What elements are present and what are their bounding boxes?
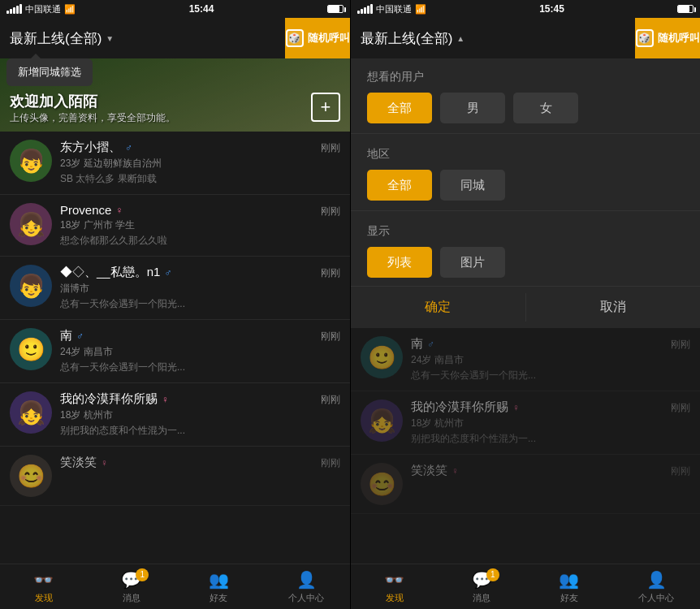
gender-icon: ♀ bbox=[452, 465, 459, 477]
gender-icon: ♀ bbox=[115, 205, 123, 216]
messages-label-right: 消息 bbox=[473, 592, 490, 604]
tab-profile[interactable]: 👤 个人中心 bbox=[262, 567, 350, 607]
header-arrow-left[interactable]: ▼ bbox=[106, 34, 114, 43]
message-badge-right: 1 bbox=[486, 568, 499, 581]
tab-messages-right[interactable]: 💬 消息 1 bbox=[439, 567, 526, 607]
time-label: 刚刚 bbox=[671, 463, 690, 478]
signal-icon-right bbox=[357, 4, 373, 14]
avatar-img: 👦 bbox=[10, 265, 52, 307]
filter-confirm-btn[interactable]: 确定 bbox=[351, 287, 525, 328]
user-name: 南 bbox=[411, 336, 423, 352]
user-status: 总有一天你会遇到一个阳光... bbox=[60, 361, 313, 374]
table-row: 😊 笑淡笑 ♀ 刚刚 bbox=[351, 455, 700, 514]
user-list-right-behind: 🙂 南 ♂ 24岁 南昌市 总有一天你会遇到一个阳光... 刚刚 👧 我的冷漠拜… bbox=[351, 328, 700, 564]
time-left: 15:44 bbox=[189, 3, 214, 15]
table-row[interactable]: 😊 笑淡笑 ♀ 刚刚 bbox=[0, 447, 350, 506]
filter-btn-all-region[interactable]: 全部 bbox=[367, 170, 432, 201]
random-call-btn-left[interactable]: 🎲 随机呼叫 bbox=[285, 18, 350, 58]
time-label: 刚刚 bbox=[671, 336, 690, 352]
user-name: ◆◇、__私戀。n1 bbox=[60, 265, 160, 280]
filter-actions: 确定 取消 bbox=[351, 286, 700, 328]
profile-label-right: 个人中心 bbox=[638, 592, 674, 604]
avatar: 😊 bbox=[361, 463, 403, 505]
table-row[interactable]: 👧 Provence ♀ 18岁 广州市 学生 想念你都那么久那么久啦 刚刚 bbox=[0, 195, 350, 257]
tab-discover[interactable]: 👓 发现 bbox=[0, 567, 88, 607]
filter-btn-same-city[interactable]: 同城 bbox=[440, 170, 505, 201]
filter-buttons-user-type: 全部 男 女 bbox=[367, 93, 684, 123]
time-label: 刚刚 bbox=[321, 265, 340, 280]
right-phone-panel: 中国联通 📶 15:45 最新上线(全部) ▲ 🎲 随机呼叫 想看的用户 全部 … bbox=[350, 0, 700, 609]
table-row[interactable]: 👦 东方小摺、 ♂ 23岁 延边朝鲜族自治州 SB 太特么多 果断卸载 刚刚 bbox=[0, 132, 350, 195]
left-phone-panel: 中国联通 📶 15:44 最新上线(全部) ▼ 🎲 随机呼叫 新增同城筛选 欢迎… bbox=[0, 0, 350, 609]
avatar: 👦 bbox=[10, 140, 52, 182]
user-name-row: 笑淡笑 ♀ bbox=[60, 455, 313, 470]
filter-section-display: 显示 列表 图片 bbox=[351, 213, 700, 286]
gender-icon: ♂ bbox=[125, 142, 132, 153]
avatar-img: 👧 bbox=[361, 400, 403, 442]
friends-label-right: 好友 bbox=[560, 592, 578, 604]
gender-icon: ♂ bbox=[76, 330, 84, 342]
tab-friends[interactable]: 👥 好友 bbox=[175, 567, 263, 607]
filter-cancel-btn[interactable]: 取消 bbox=[526, 287, 701, 328]
banner-plus-btn[interactable]: + bbox=[311, 93, 340, 122]
user-meta: 18岁 广州市 学生 bbox=[60, 218, 313, 232]
wifi-icon-left: 📶 bbox=[64, 4, 76, 15]
user-info: 东方小摺、 ♂ 23岁 延边朝鲜族自治州 SB 太特么多 果断卸载 bbox=[60, 140, 313, 186]
status-bar-right-right bbox=[677, 5, 694, 13]
user-name-row: 我的冷漠拜你所赐 ♀ bbox=[60, 391, 313, 407]
filter-btn-list[interactable]: 列表 bbox=[367, 247, 432, 278]
filter-btn-female[interactable]: 女 bbox=[513, 93, 578, 123]
header-title-left: 最新上线(全部) ▼ bbox=[10, 29, 114, 48]
gender-icon: ♀ bbox=[162, 394, 169, 405]
user-name: 笑淡笑 bbox=[411, 463, 447, 478]
profile-icon: 👤 bbox=[296, 570, 317, 590]
banner-title: 欢迎加入陌陌 bbox=[10, 92, 175, 111]
filter-label-user-type: 想看的用户 bbox=[367, 70, 684, 84]
gender-icon: ♂ bbox=[164, 267, 171, 279]
user-meta: 23岁 延边朝鲜族自治州 bbox=[60, 157, 313, 171]
friends-label: 好友 bbox=[210, 592, 227, 604]
header-arrow-right[interactable]: ▲ bbox=[456, 34, 465, 43]
discover-icon-right: 👓 bbox=[384, 570, 404, 590]
random-call-text-left: 随机呼叫 bbox=[308, 31, 350, 45]
tab-profile-right[interactable]: 👤 个人中心 bbox=[613, 567, 701, 607]
tab-messages[interactable]: 💬 消息 1 bbox=[88, 567, 175, 607]
header-title-text-right: 最新上线(全部) bbox=[361, 29, 452, 48]
table-row[interactable]: 👧 我的冷漠拜你所赐 ♀ 18岁 杭州市 别把我的态度和个性混为一... 刚刚 bbox=[0, 383, 350, 447]
discover-label: 发现 bbox=[35, 592, 53, 604]
random-call-btn-right[interactable]: 🎲 随机呼叫 bbox=[635, 18, 700, 58]
battery-icon-left bbox=[327, 5, 344, 13]
user-name: 南 bbox=[60, 328, 72, 343]
time-label: 刚刚 bbox=[321, 203, 340, 218]
user-meta: 18岁 杭州市 bbox=[60, 408, 313, 422]
status-bar-right-left: 中国联通 📶 bbox=[357, 3, 426, 15]
filter-btn-grid[interactable]: 图片 bbox=[440, 247, 505, 278]
battery-icon-right bbox=[677, 5, 694, 13]
filter-btn-male[interactable]: 男 bbox=[440, 93, 505, 123]
user-info: 我的冷漠拜你所赐 ♀ 18岁 杭州市 别把我的态度和个性混为一... bbox=[60, 391, 313, 438]
table-row[interactable]: 🙂 南 ♂ 24岁 南昌市 总有一天你会遇到一个阳光... 刚刚 bbox=[0, 320, 350, 383]
tab-bar-right: 👓 发现 💬 消息 1 👥 好友 👤 个人中心 bbox=[351, 564, 700, 609]
tab-friends-right[interactable]: 👥 好友 bbox=[525, 567, 613, 607]
gender-icon: ♀ bbox=[101, 457, 108, 469]
avatar-img: 😊 bbox=[10, 455, 52, 497]
time-label: 刚刚 bbox=[321, 455, 340, 470]
user-info: 南 ♂ 24岁 南昌市 总有一天你会遇到一个阳光... bbox=[60, 328, 313, 374]
table-row[interactable]: 👦 ◆◇、__私戀。n1 ♂ 淄博市 总有一天你会遇到一个阳光... 刚刚 bbox=[0, 257, 350, 320]
status-bar-right-left bbox=[327, 5, 344, 13]
filter-btn-all-user[interactable]: 全部 bbox=[367, 93, 432, 123]
friends-icon: 👥 bbox=[209, 570, 229, 590]
avatar-img: 👧 bbox=[10, 391, 52, 434]
avatar: 👧 bbox=[10, 203, 52, 245]
user-info: Provence ♀ 18岁 广州市 学生 想念你都那么久那么久啦 bbox=[60, 203, 313, 248]
user-name-row: Provence ♀ bbox=[60, 203, 313, 217]
messages-label: 消息 bbox=[123, 592, 140, 604]
filter-buttons-display: 列表 图片 bbox=[367, 247, 684, 278]
avatar-img: 👦 bbox=[10, 140, 52, 182]
avatar: 👦 bbox=[10, 265, 52, 307]
tab-discover-right[interactable]: 👓 发现 bbox=[351, 567, 439, 607]
time-label: 刚刚 bbox=[321, 391, 340, 407]
profile-icon-right: 👤 bbox=[646, 570, 667, 590]
avatar: 👧 bbox=[10, 391, 52, 434]
user-name: 笑淡笑 bbox=[60, 455, 97, 470]
